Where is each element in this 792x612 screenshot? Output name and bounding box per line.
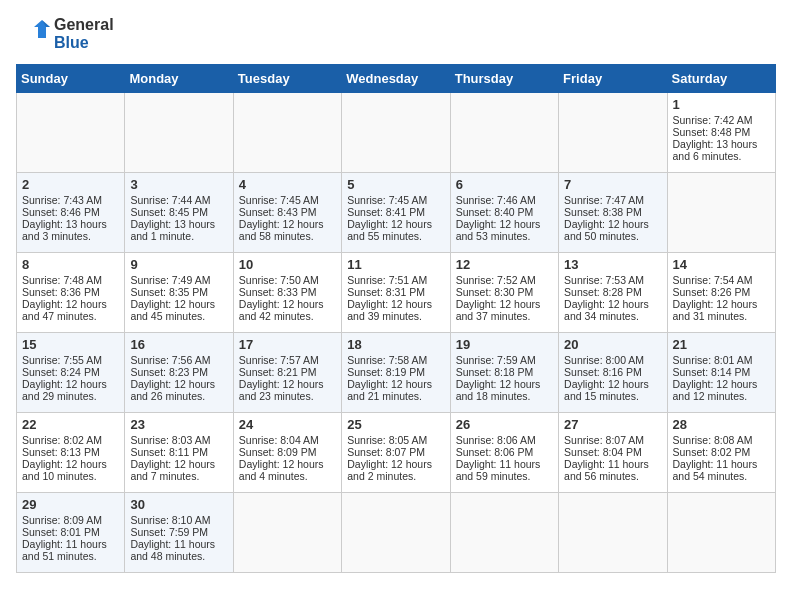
calendar-cell: 25Sunrise: 8:05 AMSunset: 8:07 PMDayligh… — [342, 413, 450, 493]
calendar-cell: 17Sunrise: 7:57 AMSunset: 8:21 PMDayligh… — [233, 333, 341, 413]
daylight: Daylight: 11 hours and 59 minutes. — [456, 458, 541, 482]
sunset: Sunset: 8:11 PM — [130, 446, 208, 458]
calendar-cell — [667, 493, 775, 573]
sunset: Sunset: 7:59 PM — [130, 526, 208, 538]
header-row: SundayMondayTuesdayWednesdayThursdayFrid… — [17, 65, 776, 93]
day-number: 3 — [130, 177, 227, 192]
sunrise: Sunrise: 7:42 AM — [673, 114, 753, 126]
sunrise: Sunrise: 7:52 AM — [456, 274, 536, 286]
sunrise: Sunrise: 8:06 AM — [456, 434, 536, 446]
logo: General Blue — [16, 16, 114, 52]
calendar-cell: 1Sunrise: 7:42 AMSunset: 8:48 PMDaylight… — [667, 93, 775, 173]
calendar-cell: 28Sunrise: 8:08 AMSunset: 8:02 PMDayligh… — [667, 413, 775, 493]
calendar-week-row: 22Sunrise: 8:02 AMSunset: 8:13 PMDayligh… — [17, 413, 776, 493]
calendar-cell: 8Sunrise: 7:48 AMSunset: 8:36 PMDaylight… — [17, 253, 125, 333]
sunrise: Sunrise: 8:02 AM — [22, 434, 102, 446]
day-number: 22 — [22, 417, 119, 432]
sunset: Sunset: 8:41 PM — [347, 206, 425, 218]
calendar-week-row: 15Sunrise: 7:55 AMSunset: 8:24 PMDayligh… — [17, 333, 776, 413]
sunset: Sunset: 8:38 PM — [564, 206, 642, 218]
calendar-cell: 27Sunrise: 8:07 AMSunset: 8:04 PMDayligh… — [559, 413, 667, 493]
calendar-cell — [559, 93, 667, 173]
sunset: Sunset: 8:09 PM — [239, 446, 317, 458]
calendar-cell: 16Sunrise: 7:56 AMSunset: 8:23 PMDayligh… — [125, 333, 233, 413]
calendar-cell: 10Sunrise: 7:50 AMSunset: 8:33 PMDayligh… — [233, 253, 341, 333]
sunset: Sunset: 8:06 PM — [456, 446, 534, 458]
day-number: 30 — [130, 497, 227, 512]
sunset: Sunset: 8:48 PM — [673, 126, 751, 138]
sunset: Sunset: 8:28 PM — [564, 286, 642, 298]
page-header: General Blue — [16, 16, 776, 52]
sunset: Sunset: 8:19 PM — [347, 366, 425, 378]
sunset: Sunset: 8:31 PM — [347, 286, 425, 298]
day-header-sunday: Sunday — [17, 65, 125, 93]
day-number: 13 — [564, 257, 661, 272]
sunrise: Sunrise: 8:09 AM — [22, 514, 102, 526]
sunset: Sunset: 8:14 PM — [673, 366, 751, 378]
sunrise: Sunrise: 7:51 AM — [347, 274, 427, 286]
sunset: Sunset: 8:30 PM — [456, 286, 534, 298]
calendar-week-row: 2Sunrise: 7:43 AMSunset: 8:46 PMDaylight… — [17, 173, 776, 253]
calendar-cell — [233, 493, 341, 573]
sunset: Sunset: 8:24 PM — [22, 366, 100, 378]
daylight: Daylight: 12 hours and 23 minutes. — [239, 378, 324, 402]
daylight: Daylight: 12 hours and 26 minutes. — [130, 378, 215, 402]
day-number: 26 — [456, 417, 553, 432]
sunset: Sunset: 8:21 PM — [239, 366, 317, 378]
sunset: Sunset: 8:01 PM — [22, 526, 100, 538]
day-number: 6 — [456, 177, 553, 192]
calendar-cell: 24Sunrise: 8:04 AMSunset: 8:09 PMDayligh… — [233, 413, 341, 493]
day-number: 9 — [130, 257, 227, 272]
calendar-cell — [342, 93, 450, 173]
sunrise: Sunrise: 8:03 AM — [130, 434, 210, 446]
sunset: Sunset: 8:04 PM — [564, 446, 642, 458]
logo-text: General Blue — [16, 16, 114, 52]
day-number: 7 — [564, 177, 661, 192]
sunrise: Sunrise: 7:50 AM — [239, 274, 319, 286]
svg-marker-0 — [34, 20, 50, 38]
sunset: Sunset: 8:36 PM — [22, 286, 100, 298]
sunset: Sunset: 8:23 PM — [130, 366, 208, 378]
sunset: Sunset: 8:43 PM — [239, 206, 317, 218]
day-number: 17 — [239, 337, 336, 352]
calendar-cell: 26Sunrise: 8:06 AMSunset: 8:06 PMDayligh… — [450, 413, 558, 493]
day-number: 2 — [22, 177, 119, 192]
calendar-cell: 23Sunrise: 8:03 AMSunset: 8:11 PMDayligh… — [125, 413, 233, 493]
sunrise: Sunrise: 7:44 AM — [130, 194, 210, 206]
daylight: Daylight: 12 hours and 34 minutes. — [564, 298, 649, 322]
daylight: Daylight: 12 hours and 37 minutes. — [456, 298, 541, 322]
calendar-cell: 15Sunrise: 7:55 AMSunset: 8:24 PMDayligh… — [17, 333, 125, 413]
calendar-cell: 19Sunrise: 7:59 AMSunset: 8:18 PMDayligh… — [450, 333, 558, 413]
daylight: Daylight: 12 hours and 50 minutes. — [564, 218, 649, 242]
sunset: Sunset: 8:18 PM — [456, 366, 534, 378]
daylight: Daylight: 11 hours and 48 minutes. — [130, 538, 215, 562]
sunset: Sunset: 8:02 PM — [673, 446, 751, 458]
day-number: 11 — [347, 257, 444, 272]
daylight: Daylight: 12 hours and 18 minutes. — [456, 378, 541, 402]
day-header-wednesday: Wednesday — [342, 65, 450, 93]
calendar-cell: 30Sunrise: 8:10 AMSunset: 7:59 PMDayligh… — [125, 493, 233, 573]
day-number: 5 — [347, 177, 444, 192]
sunrise: Sunrise: 7:57 AM — [239, 354, 319, 366]
calendar-cell: 22Sunrise: 8:02 AMSunset: 8:13 PMDayligh… — [17, 413, 125, 493]
sunrise: Sunrise: 7:49 AM — [130, 274, 210, 286]
sunset: Sunset: 8:07 PM — [347, 446, 425, 458]
day-number: 20 — [564, 337, 661, 352]
calendar-cell — [667, 173, 775, 253]
sunset: Sunset: 8:40 PM — [456, 206, 534, 218]
day-number: 12 — [456, 257, 553, 272]
sunrise: Sunrise: 7:43 AM — [22, 194, 102, 206]
daylight: Daylight: 12 hours and 29 minutes. — [22, 378, 107, 402]
day-number: 25 — [347, 417, 444, 432]
sunrise: Sunrise: 7:54 AM — [673, 274, 753, 286]
sunrise: Sunrise: 8:01 AM — [673, 354, 753, 366]
sunset: Sunset: 8:26 PM — [673, 286, 751, 298]
sunrise: Sunrise: 7:56 AM — [130, 354, 210, 366]
sunset: Sunset: 8:33 PM — [239, 286, 317, 298]
day-header-monday: Monday — [125, 65, 233, 93]
sunset: Sunset: 8:46 PM — [22, 206, 100, 218]
day-number: 16 — [130, 337, 227, 352]
daylight: Daylight: 11 hours and 51 minutes. — [22, 538, 107, 562]
sunrise: Sunrise: 7:48 AM — [22, 274, 102, 286]
sunrise: Sunrise: 8:04 AM — [239, 434, 319, 446]
